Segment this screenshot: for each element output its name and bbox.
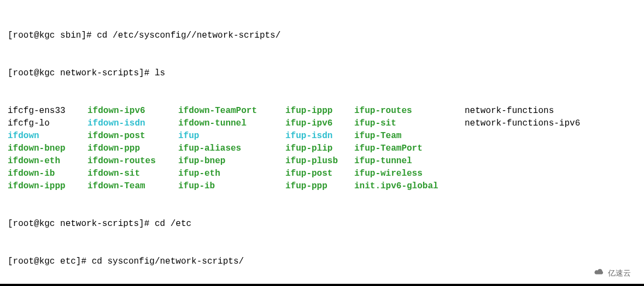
file-entry: init.ipv6-global [354,180,465,193]
file-entry: ifup-plip [285,142,354,155]
file-entry: ifdown-routes [87,155,178,168]
file-entry: ifdown-isdn [87,117,178,130]
file-entry: ifup-aliases [178,142,285,155]
file-entry: ifup-Team [354,130,465,142]
prompt-line-2: [root@kgc network-scripts]# ls [8,67,639,80]
file-entry: ifdown-ppp [87,142,178,155]
ls-listing: ifcfg-ens33ifcfg-loifdownifdown-bnepifdo… [8,105,639,193]
file-entry: ifup-ippp [285,105,354,117]
watermark: 亿速云 [588,265,636,282]
file-entry: ifdown-post [87,130,178,142]
file-entry: ifdown-ipv6 [87,105,178,117]
ls-col-3: ifdown-TeamPortifdown-tunnelifupifup-ali… [178,105,285,193]
ls-col-5: ifup-routesifup-sitifup-Teamifup-TeamPor… [354,105,465,193]
ls-col-4: ifup-ipppifup-ipv6ifup-isdnifup-plipifup… [285,105,354,193]
file-entry: ifdown-tunnel [178,117,285,130]
file-entry: ifup-ib [178,180,285,193]
file-entry: ifcfg-ens33 [8,105,87,117]
ls-col-1: ifcfg-ens33ifcfg-loifdownifdown-bnepifdo… [8,105,87,193]
file-entry: ifup-sit [354,117,465,130]
file-entry: ifdown-Team [87,180,178,193]
file-entry: ifup-ipv6 [285,117,354,130]
file-entry: ifup-wireless [354,168,465,180]
ls-col-2: ifdown-ipv6ifdown-isdnifdown-postifdown-… [87,105,178,193]
file-entry: ifup-tunnel [354,155,465,168]
file-entry: ifdown-TeamPort [178,105,285,117]
file-entry: ifdown-ippp [8,180,87,193]
file-entry: ifup-TeamPort [354,142,465,155]
file-entry: ifdown-eth [8,155,87,168]
file-entry: ifup-ppp [285,180,354,193]
file-entry: ifup-eth [178,168,285,180]
file-entry: ifup-isdn [285,130,354,142]
watermark-text: 亿速云 [608,267,631,279]
cloud-icon [594,267,605,279]
prompt-line-3: [root@kgc network-scripts]# cd /etc [8,218,639,230]
file-entry: ifup-bnep [178,155,285,168]
file-entry: ifdown-sit [87,168,178,180]
file-entry: network-functions-ipv6 [465,117,639,130]
ls-col-6: network-functionsnetwork-functions-ipv6 [465,105,639,193]
terminal-output[interactable]: [root@kgc sbin]# cd /etc/sysconfig//netw… [0,0,644,284]
file-entry: ifup-routes [354,105,465,117]
prompt-line-1: [root@kgc sbin]# cd /etc/sysconfig//netw… [8,29,639,42]
file-entry: ifup [178,130,285,142]
file-entry: ifdown [8,130,87,142]
prompt-line-4: [root@kgc etc]# cd sysconfig/network-scr… [8,255,639,268]
file-entry: ifdown-ib [8,168,87,180]
file-entry: ifup-post [285,168,354,180]
file-entry: ifdown-bnep [8,142,87,155]
file-entry: ifcfg-lo [8,117,87,130]
file-entry: network-functions [465,105,639,117]
file-entry: ifup-plusb [285,155,354,168]
